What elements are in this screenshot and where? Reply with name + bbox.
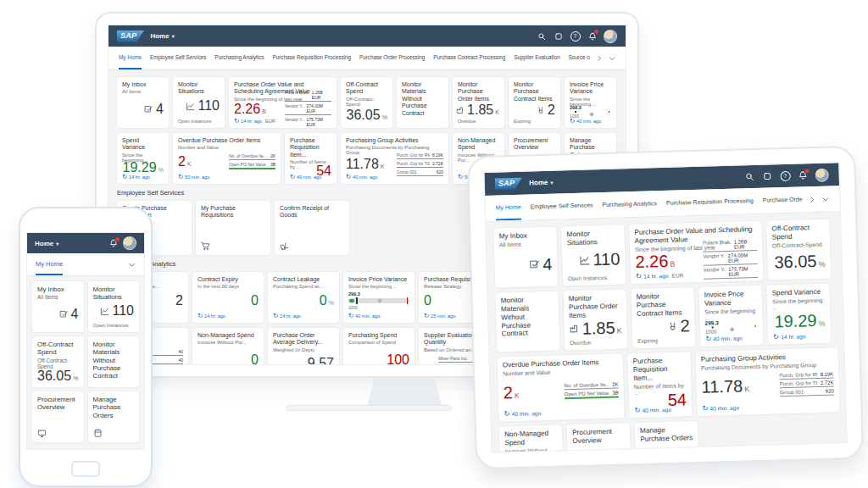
tile-procurement-overview[interactable]: Procurement Overview (32, 391, 84, 442)
search-icon[interactable] (536, 30, 547, 42)
tile-overdue-po-items[interactable]: Overdue Purchase Order Items Number and … (498, 353, 625, 421)
tile-monitor-po-items[interactable]: Monitor Purchase Order Items 1.85K Overd… (563, 289, 627, 350)
tile-pr-items[interactable]: Purchase Requisition Item... Number of I… (627, 352, 692, 418)
tile-footer: Open Instances (178, 119, 220, 124)
tile-off-contract-spend[interactable]: Off-Contract Spend Off-Contract-Spend 36… (341, 77, 392, 128)
tab-my-home[interactable]: My Home (36, 253, 63, 275)
tile-kpi: 110 (112, 304, 134, 318)
tile-my-inbox[interactable]: My Inbox All Items 4 (493, 227, 558, 288)
tab-purchasing-analytics[interactable]: Purchasing Analytics (214, 47, 264, 69)
tile-procurement-overview[interactable]: Procurement Overview (567, 423, 632, 452)
user-avatar[interactable] (604, 30, 617, 43)
shell-title[interactable]: Home▾ (529, 179, 553, 187)
shell-title[interactable]: Home▾ (150, 32, 174, 40)
tile-off-contract-spend[interactable]: Off-Contract Spend Off-Contract-Spend 36… (766, 219, 831, 280)
tile-monitor-materials[interactable]: Monitor Materials Without Purchase Contr… (495, 291, 559, 352)
tab-employee-self-services[interactable]: Employee Self Services (150, 47, 207, 69)
bullet-chart: 299.3 1000 (570, 107, 611, 117)
caret-down-icon: ▾ (56, 241, 58, 247)
tab-purchase-order-processing[interactable]: Purchase Order Processing (359, 47, 425, 69)
tile-spend-variance[interactable]: Spend Variance Since the beginning ... 1… (766, 284, 831, 345)
tile-monitor-situations[interactable]: Monitor Situations 110 Open Instances (88, 281, 140, 332)
tab-purchase-order-processing[interactable]: Purchase Order Proc (762, 186, 803, 213)
tile-title: Monitor Purchase Order Items (569, 293, 622, 319)
help-icon[interactable]: ? (780, 170, 791, 181)
tile-invoice-price-variance[interactable]: Invoice Price Variance Since the beginni… (565, 77, 616, 128)
tabs-overflow-icon[interactable] (802, 186, 816, 212)
shell-title[interactable]: Home▾ (35, 240, 58, 247)
tile-monitor-materials[interactable]: Monitor Materials Without Purchase Contr… (88, 336, 140, 387)
tile-comparison-list: No. of Overdue Ite...2K Open PO Net Valu… (564, 382, 619, 400)
tile-invoice-price-variance[interactable]: Invoice Price Variance Since the beginni… (698, 286, 763, 347)
tile-manage-purchase-orders[interactable]: Manage Purchase Orders (635, 421, 699, 452)
notifications-bell-icon[interactable] (798, 169, 809, 180)
product-switcher-icon[interactable] (762, 170, 773, 181)
tile-my-inbox[interactable]: My Inbox All Items 4 (117, 77, 169, 128)
tile-monitor-pc-items[interactable]: Monitor Purchase Contract Items 2 Expiri… (631, 287, 695, 348)
tile-title: Off-Contract Spend (346, 81, 387, 96)
tile-manage-purchase-orders[interactable]: Manage Purchase Orders (88, 391, 140, 442)
tile-purchasing-group[interactable]: Purchasing Group Activities Purchasing D… (341, 133, 448, 184)
refresh-icon: ↻ (504, 411, 509, 417)
tile-kpi: 19.29% (123, 161, 164, 175)
tile-overdue-po-items[interactable]: Overdue Purchase Order Items Number and … (173, 133, 281, 184)
user-avatar[interactable] (123, 236, 136, 250)
refresh-icon: ↻ (458, 175, 463, 180)
tile-my-pr[interactable]: My Purchase Requisitions (196, 201, 270, 255)
tile-po-value[interactable]: Purchase Order Value and Scheduling Agre… (229, 77, 337, 128)
tab-my-home[interactable]: My Home (495, 195, 521, 221)
tile-purchasing-spend[interactable]: Purchasing Spend Comparison of Spend 100 (343, 328, 415, 364)
tile-contract-expiry[interactable]: Contract Expiry In the next 90 days 0 ↻1… (192, 272, 264, 323)
tile-kpi: 110 (198, 99, 220, 113)
tile-purchasing-group[interactable]: Purchasing Group Activities Purchasing D… (695, 347, 839, 416)
tile-monitor-situations[interactable]: Monitor Situations 110 Open Instances (561, 225, 626, 286)
tabs-collapse-icon[interactable] (815, 186, 830, 212)
tile-my-inbox[interactable]: My Inbox All Items 4 (32, 281, 84, 332)
tile-monitor-pc-items[interactable]: Monitor Purchase Contract Items 2 Expiri… (509, 77, 560, 128)
tile-title: Procurement Overview (514, 137, 555, 152)
phone-home-button[interactable] (71, 461, 100, 477)
victory-hand-icon (667, 321, 677, 331)
tab-my-home[interactable]: My Home (119, 47, 142, 69)
tile-kpi: 36.05% (37, 369, 78, 383)
tabs-overflow-icon[interactable] (590, 47, 603, 69)
tab-purchase-contract-processing[interactable]: Purchase Contract Processing (433, 47, 505, 69)
tile-kpi: 2K (178, 155, 192, 169)
notifications-bell-icon[interactable] (587, 30, 598, 42)
tile-monitor-po-items[interactable]: Monitor Purchase Order Items 1.85K Overd… (453, 77, 504, 128)
tile-po-avg-delivery[interactable]: Purchase Order Average Delivery... Weigh… (268, 328, 339, 364)
tile-spend-variance[interactable]: Spend Variance Since the beginning ... 1… (117, 133, 169, 184)
tab-purchase-requisition-processing[interactable]: Purchase Requisition Processing (666, 188, 754, 216)
tile-non-managed-spend[interactable]: Non-Managed Spend Invoices Without Pur..… (499, 424, 564, 452)
tile-confirm-goods[interactable]: Confirm Receipt of Goods (275, 201, 349, 255)
tab-employee-self-services[interactable]: Employee Self Services (530, 192, 593, 219)
search-icon[interactable] (744, 171, 755, 182)
tile-monitor-materials[interactable]: Monitor Materials Without Purchase Contr… (397, 77, 448, 128)
help-icon[interactable]: ? (570, 30, 581, 42)
product-switcher-icon[interactable] (553, 30, 564, 42)
tabs-collapse-icon[interactable] (603, 47, 615, 69)
tile-footer: Expiring (637, 336, 690, 344)
tab-purchasing-analytics[interactable]: Purchasing Analytics (602, 191, 657, 218)
refresh-icon: ↻ (122, 175, 127, 180)
tile-contract-leakage[interactable]: Contract Leakage Purchasing Spend wi... … (268, 272, 339, 323)
user-avatar[interactable] (815, 168, 828, 181)
tab-purchase-requisition-processing[interactable]: Purchase Requisition Processing (273, 47, 351, 69)
task-check-icon (529, 259, 540, 270)
trend-chart-icon (186, 102, 195, 111)
tile-pr-items[interactable]: Purchase Requisition Item... Number of I… (285, 133, 337, 184)
tile-invoice-price-variance[interactable]: Invoice Price Variance Since the beginni… (343, 272, 415, 323)
bullet-chart: 299.3 1000 (348, 289, 409, 312)
tile-monitor-situations[interactable]: Monitor Situations 110 Open Instances (173, 77, 225, 128)
tab-bar: My Home (27, 253, 144, 276)
tile-po-value[interactable]: Purchase Order Value and Scheduling Agre… (629, 221, 763, 284)
notifications-bell-icon[interactable] (108, 238, 119, 249)
tile-non-managed-spend[interactable]: Non-Managed Spend Invoices Without Pur..… (192, 328, 264, 364)
tile-kpi: 2.26B (234, 103, 266, 116)
tab-source-of-supply[interactable]: Source of Supply Management (569, 47, 590, 69)
tile-off-contract-spend[interactable]: Off-Contract Spend Off-Contract-Spend 36… (32, 336, 84, 387)
tabs-collapse-icon[interactable] (122, 253, 136, 275)
tab-supplier-evaluation[interactable]: Supplier Evaluation (514, 47, 559, 69)
tile-title: Manage Purchase Orders (640, 425, 693, 443)
tile-kpi: 36.05% (774, 252, 826, 271)
